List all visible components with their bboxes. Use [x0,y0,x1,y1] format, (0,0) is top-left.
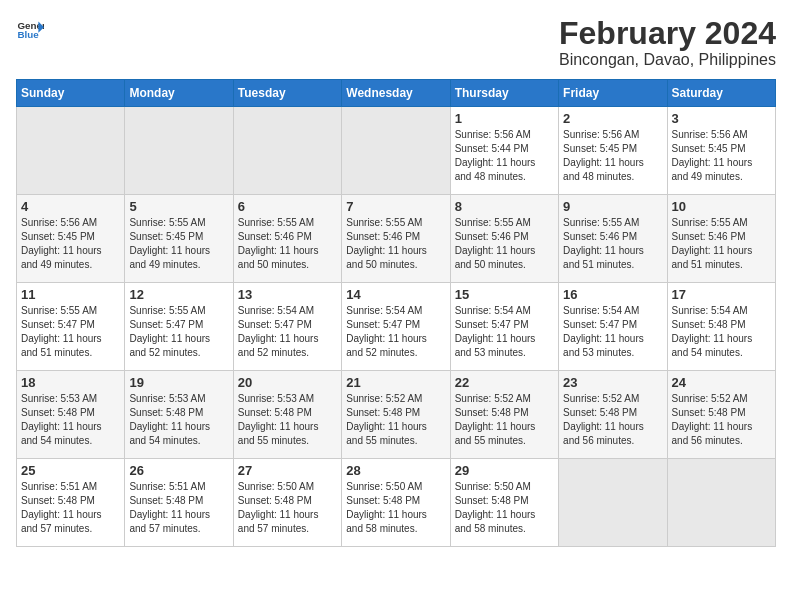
calendar-cell: 27Sunrise: 5:50 AMSunset: 5:48 PMDayligh… [233,459,341,547]
day-info: Sunrise: 5:54 AMSunset: 5:47 PMDaylight:… [563,304,662,360]
calendar-cell: 12Sunrise: 5:55 AMSunset: 5:47 PMDayligh… [125,283,233,371]
calendar-cell: 2Sunrise: 5:56 AMSunset: 5:45 PMDaylight… [559,107,667,195]
day-number: 23 [563,375,662,390]
calendar-week-row: 11Sunrise: 5:55 AMSunset: 5:47 PMDayligh… [17,283,776,371]
weekday-header: Thursday [450,80,558,107]
weekday-header: Tuesday [233,80,341,107]
day-info: Sunrise: 5:53 AMSunset: 5:48 PMDaylight:… [21,392,120,448]
day-number: 17 [672,287,771,302]
weekday-header: Monday [125,80,233,107]
day-number: 2 [563,111,662,126]
day-number: 20 [238,375,337,390]
logo-icon: General Blue [16,16,44,44]
weekday-header: Wednesday [342,80,450,107]
day-info: Sunrise: 5:53 AMSunset: 5:48 PMDaylight:… [238,392,337,448]
calendar-cell: 29Sunrise: 5:50 AMSunset: 5:48 PMDayligh… [450,459,558,547]
day-number: 22 [455,375,554,390]
calendar-cell: 17Sunrise: 5:54 AMSunset: 5:48 PMDayligh… [667,283,775,371]
day-info: Sunrise: 5:50 AMSunset: 5:48 PMDaylight:… [346,480,445,536]
calendar-cell: 11Sunrise: 5:55 AMSunset: 5:47 PMDayligh… [17,283,125,371]
title-area: February 2024 Bincongan, Davao, Philippi… [559,16,776,69]
day-info: Sunrise: 5:52 AMSunset: 5:48 PMDaylight:… [672,392,771,448]
day-info: Sunrise: 5:55 AMSunset: 5:46 PMDaylight:… [563,216,662,272]
day-info: Sunrise: 5:56 AMSunset: 5:45 PMDaylight:… [21,216,120,272]
day-info: Sunrise: 5:56 AMSunset: 5:45 PMDaylight:… [672,128,771,184]
calendar-cell [17,107,125,195]
page-header: General Blue February 2024 Bincongan, Da… [16,16,776,69]
day-number: 10 [672,199,771,214]
day-number: 29 [455,463,554,478]
calendar-cell: 25Sunrise: 5:51 AMSunset: 5:48 PMDayligh… [17,459,125,547]
calendar-cell [233,107,341,195]
day-info: Sunrise: 5:52 AMSunset: 5:48 PMDaylight:… [346,392,445,448]
day-info: Sunrise: 5:55 AMSunset: 5:46 PMDaylight:… [455,216,554,272]
calendar-table: SundayMondayTuesdayWednesdayThursdayFrid… [16,79,776,547]
day-number: 7 [346,199,445,214]
calendar-cell: 16Sunrise: 5:54 AMSunset: 5:47 PMDayligh… [559,283,667,371]
day-info: Sunrise: 5:54 AMSunset: 5:47 PMDaylight:… [238,304,337,360]
weekday-header: Friday [559,80,667,107]
day-info: Sunrise: 5:52 AMSunset: 5:48 PMDaylight:… [563,392,662,448]
calendar-cell: 5Sunrise: 5:55 AMSunset: 5:45 PMDaylight… [125,195,233,283]
day-number: 5 [129,199,228,214]
day-number: 12 [129,287,228,302]
calendar-cell: 26Sunrise: 5:51 AMSunset: 5:48 PMDayligh… [125,459,233,547]
day-number: 6 [238,199,337,214]
day-info: Sunrise: 5:55 AMSunset: 5:45 PMDaylight:… [129,216,228,272]
calendar-cell: 3Sunrise: 5:56 AMSunset: 5:45 PMDaylight… [667,107,775,195]
day-number: 3 [672,111,771,126]
day-info: Sunrise: 5:51 AMSunset: 5:48 PMDaylight:… [129,480,228,536]
day-info: Sunrise: 5:51 AMSunset: 5:48 PMDaylight:… [21,480,120,536]
calendar-cell: 8Sunrise: 5:55 AMSunset: 5:46 PMDaylight… [450,195,558,283]
day-info: Sunrise: 5:56 AMSunset: 5:45 PMDaylight:… [563,128,662,184]
calendar-week-row: 18Sunrise: 5:53 AMSunset: 5:48 PMDayligh… [17,371,776,459]
calendar-cell: 20Sunrise: 5:53 AMSunset: 5:48 PMDayligh… [233,371,341,459]
calendar-cell: 10Sunrise: 5:55 AMSunset: 5:46 PMDayligh… [667,195,775,283]
day-info: Sunrise: 5:50 AMSunset: 5:48 PMDaylight:… [238,480,337,536]
weekday-header: Sunday [17,80,125,107]
day-info: Sunrise: 5:54 AMSunset: 5:47 PMDaylight:… [455,304,554,360]
calendar-week-row: 1Sunrise: 5:56 AMSunset: 5:44 PMDaylight… [17,107,776,195]
calendar-cell: 18Sunrise: 5:53 AMSunset: 5:48 PMDayligh… [17,371,125,459]
day-info: Sunrise: 5:55 AMSunset: 5:47 PMDaylight:… [129,304,228,360]
day-number: 9 [563,199,662,214]
calendar-cell: 7Sunrise: 5:55 AMSunset: 5:46 PMDaylight… [342,195,450,283]
day-number: 13 [238,287,337,302]
day-info: Sunrise: 5:54 AMSunset: 5:48 PMDaylight:… [672,304,771,360]
calendar-header-row: SundayMondayTuesdayWednesdayThursdayFrid… [17,80,776,107]
day-number: 1 [455,111,554,126]
day-number: 24 [672,375,771,390]
calendar-cell: 19Sunrise: 5:53 AMSunset: 5:48 PMDayligh… [125,371,233,459]
day-number: 16 [563,287,662,302]
day-number: 26 [129,463,228,478]
calendar-cell: 13Sunrise: 5:54 AMSunset: 5:47 PMDayligh… [233,283,341,371]
day-info: Sunrise: 5:55 AMSunset: 5:46 PMDaylight:… [238,216,337,272]
day-info: Sunrise: 5:55 AMSunset: 5:46 PMDaylight:… [346,216,445,272]
calendar-cell [342,107,450,195]
day-info: Sunrise: 5:55 AMSunset: 5:47 PMDaylight:… [21,304,120,360]
day-info: Sunrise: 5:53 AMSunset: 5:48 PMDaylight:… [129,392,228,448]
calendar-cell [667,459,775,547]
day-number: 15 [455,287,554,302]
calendar-cell [559,459,667,547]
calendar-week-row: 4Sunrise: 5:56 AMSunset: 5:45 PMDaylight… [17,195,776,283]
day-number: 8 [455,199,554,214]
day-number: 28 [346,463,445,478]
day-number: 27 [238,463,337,478]
calendar-cell: 14Sunrise: 5:54 AMSunset: 5:47 PMDayligh… [342,283,450,371]
day-number: 14 [346,287,445,302]
calendar-week-row: 25Sunrise: 5:51 AMSunset: 5:48 PMDayligh… [17,459,776,547]
calendar-cell [125,107,233,195]
calendar-cell: 6Sunrise: 5:55 AMSunset: 5:46 PMDaylight… [233,195,341,283]
calendar-cell: 23Sunrise: 5:52 AMSunset: 5:48 PMDayligh… [559,371,667,459]
day-number: 4 [21,199,120,214]
day-info: Sunrise: 5:52 AMSunset: 5:48 PMDaylight:… [455,392,554,448]
day-number: 21 [346,375,445,390]
day-number: 11 [21,287,120,302]
calendar-cell: 21Sunrise: 5:52 AMSunset: 5:48 PMDayligh… [342,371,450,459]
day-number: 18 [21,375,120,390]
calendar-cell: 9Sunrise: 5:55 AMSunset: 5:46 PMDaylight… [559,195,667,283]
day-number: 19 [129,375,228,390]
calendar-cell: 22Sunrise: 5:52 AMSunset: 5:48 PMDayligh… [450,371,558,459]
day-info: Sunrise: 5:56 AMSunset: 5:44 PMDaylight:… [455,128,554,184]
